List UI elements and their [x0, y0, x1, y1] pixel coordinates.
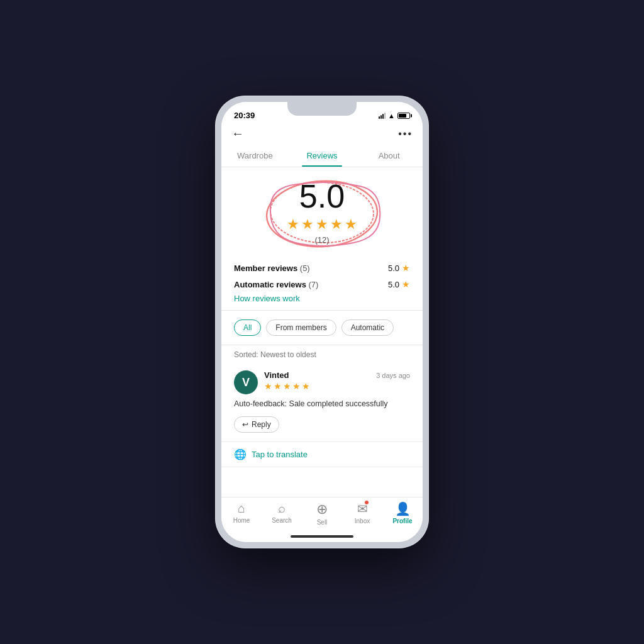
auto-reviews-score: 5.0 ★ [388, 279, 410, 289]
rating-stars: ★ ★ ★ ★ ★ [287, 216, 357, 233]
reply-button[interactable]: ↩ Reply [234, 416, 279, 433]
status-icons: ▲ [379, 112, 410, 119]
filter-all-button[interactable]: All [234, 319, 261, 336]
review-stats: Member reviews (5) 5.0 ★ Automatic revie… [221, 255, 423, 311]
reply-label: Reply [252, 420, 271, 429]
nav-profile[interactable]: 👤 Profile [382, 501, 423, 526]
translate-row[interactable]: 🌐 Tap to translate [221, 442, 423, 467]
back-button[interactable]: ← [231, 126, 244, 141]
inbox-label: Inbox [355, 518, 370, 525]
globe-icon: 🌐 [234, 448, 247, 460]
review-text: Auto-feedback: Sale completed successful… [234, 398, 410, 410]
status-time: 20:39 [234, 111, 255, 120]
filter-members-button[interactable]: From members [266, 319, 336, 336]
tab-wardrobe[interactable]: Wardrobe [221, 145, 289, 167]
reviewer-info: Vinted 3 days ago ★ ★ ★ ★ ★ [264, 370, 410, 391]
review-count: (12) [314, 235, 329, 245]
auto-reviews-label: Automatic reviews (7) [234, 280, 318, 289]
nav-search[interactable]: ⌕ Search [262, 501, 302, 526]
search-icon: ⌕ [278, 501, 286, 516]
rev-star-4: ★ [292, 381, 301, 391]
reply-icon: ↩ [242, 420, 248, 429]
home-icon: ⌂ [238, 501, 245, 516]
star-3: ★ [316, 216, 328, 233]
auto-reviews-row: Automatic reviews (7) 5.0 ★ [234, 276, 410, 292]
tab-about[interactable]: About [355, 145, 423, 167]
rev-star-1: ★ [264, 381, 272, 391]
review-item: V Vinted 3 days ago ★ ★ ★ ★ ★ [221, 362, 423, 442]
profile-icon: 👤 [395, 501, 411, 516]
nav-inbox[interactable]: ✉ Inbox [342, 501, 382, 526]
inbox-badge [364, 500, 369, 505]
rating-section: 5.0 ★ ★ ★ ★ ★ (12) [221, 167, 423, 255]
nav-bar: ← ••• [221, 123, 423, 145]
auto-star-icon: ★ [402, 279, 410, 289]
inbox-icon: ✉ [357, 501, 368, 516]
review-stars: ★ ★ ★ ★ ★ [264, 381, 410, 391]
search-label: Search [272, 517, 292, 524]
star-1: ★ [287, 216, 299, 233]
rev-star-5: ★ [302, 381, 310, 391]
sell-label: Sell [317, 519, 328, 526]
star-5: ★ [345, 216, 357, 233]
bottom-nav: ⌂ Home ⌕ Search ⊕ Sell ✉ Inbox 👤 Profile [221, 497, 423, 531]
home-label: Home [233, 517, 250, 524]
member-reviews-label: Member reviews (5) [234, 264, 310, 273]
reviewer-name-row: Vinted 3 days ago [264, 370, 410, 380]
nav-home[interactable]: ⌂ Home [221, 501, 262, 526]
member-reviews-score: 5.0 ★ [388, 263, 410, 273]
phone-screen: 20:39 ▲ ← ••• Wardrobe Reviews [221, 102, 423, 542]
more-options-button[interactable]: ••• [398, 128, 413, 140]
rev-star-3: ★ [283, 381, 291, 391]
filter-bar: All From members Automatic [221, 311, 423, 345]
wifi-icon: ▲ [388, 112, 395, 119]
sort-label: Sorted: Newest to oldest [221, 345, 423, 362]
rev-star-2: ★ [274, 381, 282, 391]
content-area: 5.0 ★ ★ ★ ★ ★ (12) Member reviews (5) [221, 167, 423, 497]
review-time: 3 days ago [376, 372, 410, 379]
signal-icon [379, 113, 386, 119]
tab-reviews[interactable]: Reviews [289, 145, 356, 167]
reviewer-name: Vinted [264, 370, 289, 380]
home-bar [291, 535, 353, 538]
battery-icon [397, 113, 410, 119]
sell-icon: ⊕ [316, 501, 328, 518]
reviewer-avatar: V [234, 370, 258, 394]
phone-shell: 20:39 ▲ ← ••• Wardrobe Reviews [215, 96, 429, 548]
star-2: ★ [301, 216, 314, 233]
member-star-icon: ★ [402, 263, 410, 273]
profile-label: Profile [392, 518, 412, 525]
review-header: V Vinted 3 days ago ★ ★ ★ ★ ★ [234, 370, 410, 394]
auto-reviews-count: (7) [309, 280, 319, 289]
translate-label: Tap to translate [252, 450, 308, 459]
tab-bar: Wardrobe Reviews About [221, 145, 423, 167]
member-reviews-count: (5) [300, 264, 310, 273]
star-4: ★ [330, 216, 343, 233]
nav-sell[interactable]: ⊕ Sell [302, 501, 342, 526]
rating-score: 5.0 [299, 180, 345, 213]
filter-automatic-button[interactable]: Automatic [341, 319, 394, 336]
how-reviews-link[interactable]: How reviews work [234, 294, 300, 303]
home-indicator [221, 531, 423, 542]
notch [287, 102, 357, 116]
member-reviews-row: Member reviews (5) 5.0 ★ [234, 260, 410, 276]
